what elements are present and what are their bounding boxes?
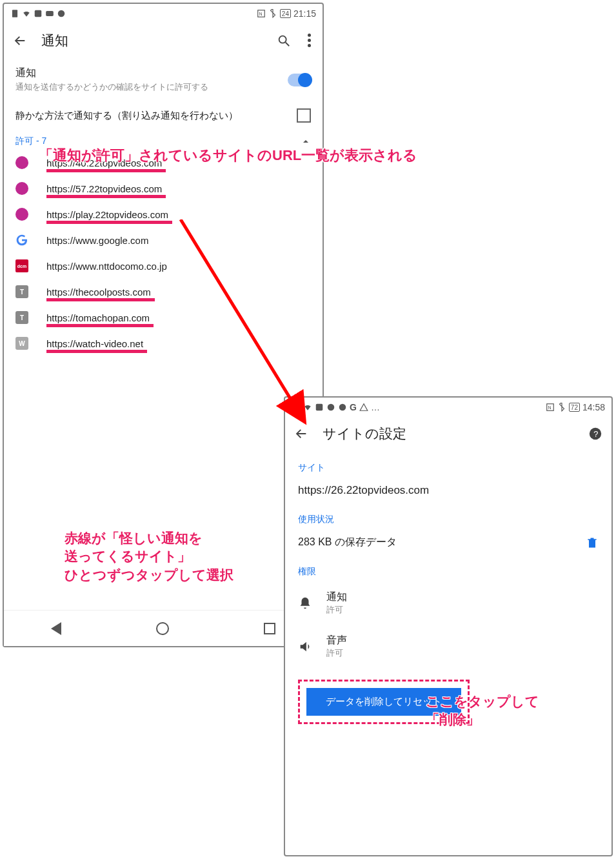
- favicon-letter: T: [15, 285, 28, 298]
- site-item[interactable]: dcmhttps://www.nttdocomo.co.jp: [4, 253, 323, 279]
- site-url: https://26.22topvideos.com: [298, 484, 429, 497]
- chevron-up-icon: [301, 136, 311, 147]
- bluetooth-icon: [557, 403, 566, 412]
- speaker-icon: [298, 640, 312, 654]
- chrome-icon: [326, 403, 335, 412]
- youtube-icon: [45, 9, 54, 18]
- site-item[interactable]: Thttps://thecoolposts.com: [4, 279, 323, 305]
- site-url: https://watch-video.net: [46, 338, 143, 349]
- app-bar: サイトの設定 ?: [285, 416, 611, 452]
- nfc-icon: N: [257, 9, 266, 18]
- perm-notif-label: 通知: [326, 591, 347, 604]
- annotation-suspicious-sites: 赤線が「怪しい通知を 送ってくるサイト」 ひとつずつタップして選択: [65, 529, 233, 584]
- favicon-letter: W: [15, 337, 28, 350]
- notification-toggle-row[interactable]: 通知 通知を送信するかどうかの確認をサイトに許可する: [4, 59, 323, 101]
- wifi-icon: [22, 9, 31, 18]
- status-left-icons: [10, 9, 66, 18]
- site-item[interactable]: Thttps://tomachopan.com: [4, 305, 323, 330]
- status-right: N 24 21:15: [257, 8, 316, 19]
- g-icon: G: [350, 402, 357, 412]
- site-section-header: サイト: [285, 452, 611, 478]
- wifi-icon: [303, 403, 312, 412]
- chat-icon: [338, 403, 347, 412]
- back-arrow-icon[interactable]: [13, 34, 27, 48]
- svg-point-10: [328, 404, 335, 411]
- allowed-sites-list: https://40.22topvideos.comhttps://57.22t…: [4, 150, 323, 356]
- site-item[interactable]: https://www.google.com: [4, 227, 323, 253]
- site-item[interactable]: Whttps://watch-video.net: [4, 330, 323, 356]
- svg-rect-2: [46, 11, 54, 16]
- toggle-switch-on[interactable]: [288, 74, 311, 86]
- site-url-row: https://26.22topvideos.com: [285, 478, 611, 503]
- trash-icon[interactable]: [586, 536, 599, 549]
- battery-level: 72: [569, 403, 580, 412]
- annotation-tap-delete: ここをタップして 「削除」: [426, 692, 539, 729]
- sim-icon: [10, 9, 19, 18]
- svg-text:N: N: [548, 405, 551, 410]
- favicon-google: [15, 234, 28, 247]
- site-item[interactable]: https://57.22topvideos.com: [4, 176, 323, 201]
- svg-rect-9: [316, 404, 323, 411]
- favicon-docomo: dcm: [15, 259, 28, 272]
- help-icon[interactable]: ?: [588, 427, 602, 441]
- chat-icon: [57, 9, 66, 18]
- sim-icon: [292, 403, 301, 412]
- site-url: https://www.nttdocomo.co.jp: [46, 261, 167, 272]
- svg-text:N: N: [259, 12, 262, 16]
- svg-text:?: ?: [593, 429, 598, 439]
- nfc-icon: N: [546, 403, 555, 412]
- quiet-label: 静かな方法で通知する（割り込み通知を行わない）: [15, 110, 297, 122]
- perm-sound-label: 音声: [326, 634, 347, 647]
- status-bar: N 24 21:15: [4, 4, 323, 22]
- site-item[interactable]: https://play.22topvideos.com: [4, 201, 323, 227]
- svg-rect-1: [35, 10, 42, 17]
- favicon-generic: [15, 208, 28, 221]
- perm-notif-state: 許可: [326, 604, 347, 616]
- app-bar: 通知: [4, 22, 323, 59]
- status-time: 21:15: [293, 8, 316, 19]
- usage-section-header: 使用状況: [285, 503, 611, 529]
- site-url: https://thecoolposts.com: [46, 287, 151, 298]
- usage-row: 283 KB の保存データ: [285, 529, 611, 556]
- usage-value: 283 KB の保存データ: [298, 536, 397, 549]
- nav-recent-icon[interactable]: [264, 623, 275, 634]
- phone-right: G … N 72 14:58 サイトの設定 ? サイト https://26.2…: [284, 396, 613, 856]
- svg-rect-0: [12, 10, 17, 17]
- status-right: N 72 14:58: [546, 402, 605, 412]
- app-icon: [315, 403, 324, 412]
- status-left-icons: G …: [292, 402, 380, 412]
- annotation-allowed-list: 「通知が許可」されているサイトのURL一覧が表示される: [39, 146, 417, 165]
- favicon-letter: T: [15, 311, 28, 324]
- svg-point-3: [58, 10, 65, 17]
- favicon-generic: [15, 156, 28, 169]
- svg-point-11: [339, 404, 346, 411]
- app-icon: [34, 9, 43, 18]
- notif-label: 通知: [15, 66, 288, 80]
- svg-line-7: [286, 42, 290, 46]
- quiet-notify-row[interactable]: 静かな方法で通知する（割り込み通知を行わない）: [4, 101, 323, 130]
- bell-icon: [298, 596, 312, 611]
- status-time: 14:58: [582, 402, 605, 412]
- permission-sound-row[interactable]: 音声 許可: [285, 625, 611, 668]
- status-bar: G … N 72 14:58: [285, 398, 611, 416]
- svg-rect-8: [293, 403, 299, 411]
- page-title: サイトの設定: [323, 425, 574, 443]
- permission-notification-row[interactable]: 通知 許可: [285, 581, 611, 625]
- back-arrow-icon[interactable]: [294, 427, 308, 441]
- checkbox-unchecked[interactable]: [297, 108, 311, 123]
- nav-home-icon[interactable]: [156, 622, 169, 635]
- page-title: 通知: [41, 32, 263, 50]
- more-icon: …: [371, 402, 380, 412]
- notif-sublabel: 通知を送信するかどうかの確認をサイトに許可する: [15, 81, 288, 93]
- site-url: https://tomachopan.com: [46, 312, 150, 323]
- search-icon[interactable]: [277, 34, 291, 48]
- site-url: https://play.22topvideos.com: [46, 209, 168, 220]
- warn-icon: [359, 403, 368, 412]
- site-url: https://www.google.com: [46, 235, 148, 246]
- nav-bar: [4, 610, 323, 646]
- nav-back-icon[interactable]: [51, 622, 61, 635]
- permissions-section-header: 権限: [285, 556, 611, 581]
- perm-sound-state: 許可: [326, 647, 347, 659]
- battery-level: 24: [280, 9, 291, 18]
- overflow-menu-icon[interactable]: [305, 31, 313, 50]
